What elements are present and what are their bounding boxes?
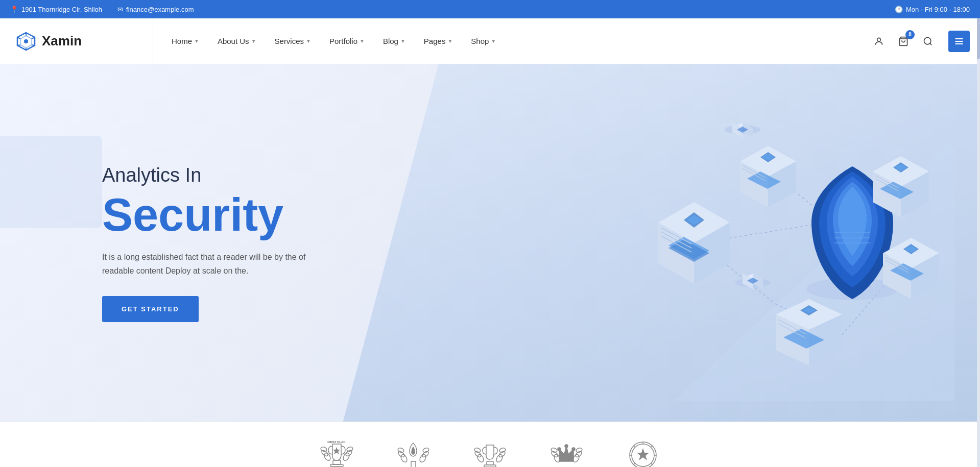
navbar: Xamin Home ▼ About Us ▼ Services ▼ Portf… [0, 18, 980, 64]
svg-line-7 [17, 45, 20, 45]
nav-item-home[interactable]: Home ▼ [163, 18, 207, 64]
award-item-3 [472, 437, 508, 467]
address-text: 1901 Thornridge Cir. Shiloh [21, 6, 102, 13]
svg-text:FIRST PLAC: FIRST PLAC [327, 440, 346, 444]
svg-rect-106 [484, 465, 496, 467]
svg-line-5 [32, 45, 35, 45]
trophy-laurel-icon [473, 439, 507, 468]
svg-line-124 [651, 463, 653, 465]
brand[interactable]: Xamin [0, 18, 153, 64]
svg-point-114 [558, 448, 561, 451]
email-icon: ✉ [117, 6, 123, 13]
nav-blog-arrow: ▼ [400, 38, 405, 44]
crown-laurel-icon [550, 439, 583, 468]
trophy-icon: FIRST PLAC [320, 439, 353, 468]
hero-title: Security [102, 192, 306, 238]
cart-icon-btn[interactable]: 8 [895, 33, 912, 50]
top-bar: 📍 1901 Thornridge Cir. Shiloh ✉ finance@… [0, 0, 980, 18]
svg-point-83 [320, 446, 327, 452]
nav-item-portfolio[interactable]: Portfolio ▼ [321, 18, 373, 64]
award-icon-5 [626, 437, 661, 467]
get-started-button[interactable]: GET STARTED [102, 296, 199, 322]
svg-marker-89 [333, 447, 340, 454]
nav-about-label: About Us [218, 37, 249, 45]
svg-line-126 [633, 463, 635, 465]
navbar-menu: Home ▼ About Us ▼ Services ▼ Portfolio ▼… [153, 18, 861, 64]
cart-badge: 8 [905, 30, 915, 39]
nav-home-arrow: ▼ [194, 38, 199, 44]
navbar-icons: 8 [861, 31, 980, 52]
flame-award-icon [397, 439, 430, 468]
svg-line-125 [651, 446, 653, 447]
award-icon-4 [549, 437, 585, 467]
nav-shop-label: Shop [471, 37, 489, 45]
brand-name-text: Xamin [42, 33, 82, 49]
hero-section: Analytics In Security It is a long estab… [0, 64, 980, 422]
nav-home-label: Home [172, 37, 192, 45]
svg-rect-97 [411, 461, 416, 468]
nav-item-shop[interactable]: Shop ▼ [463, 18, 504, 64]
nav-pages-arrow: ▼ [447, 38, 452, 44]
svg-line-123 [633, 446, 635, 447]
hero-illustration [597, 85, 954, 401]
nav-about-arrow: ▼ [251, 38, 256, 44]
award-item-1: FIRST PLAC [319, 437, 355, 467]
hamburger-menu-btn[interactable] [948, 31, 970, 52]
nav-services-arrow: ▼ [306, 38, 311, 44]
nav-item-about[interactable]: About Us ▼ [209, 18, 265, 64]
brand-logo-icon [15, 31, 37, 52]
hours-text: Mon - Fri 9:00 - 18:00 [906, 6, 970, 13]
svg-rect-87 [333, 460, 341, 464]
svg-rect-105 [487, 461, 493, 465]
svg-point-11 [924, 37, 931, 44]
top-bar-left: 📍 1901 Thornridge Cir. Shiloh ✉ finance@… [10, 6, 194, 13]
awards-bar: FIRST PLAC [0, 422, 980, 467]
svg-point-2 [24, 39, 28, 43]
svg-point-9 [877, 38, 881, 41]
clock-icon: 🕐 [895, 6, 903, 13]
nav-item-pages[interactable]: Pages ▼ [416, 18, 461, 64]
svg-point-86 [346, 446, 353, 452]
search-icon-btn[interactable] [920, 33, 936, 50]
scroll-thumb[interactable] [977, 18, 980, 59]
hamburger-icon [954, 36, 964, 46]
nav-services-label: Services [275, 37, 304, 45]
nav-shop-arrow: ▼ [491, 38, 496, 44]
hero-content: Analytics In Security It is a long estab… [0, 123, 306, 363]
nav-item-blog[interactable]: Blog ▼ [375, 18, 414, 64]
svg-point-115 [565, 445, 568, 448]
svg-point-116 [572, 448, 575, 451]
scrollbar[interactable] [977, 18, 980, 467]
award-item-5 [626, 437, 661, 467]
user-icon-btn[interactable] [871, 33, 887, 50]
award-item-4 [549, 437, 585, 467]
award-icon-2 [396, 437, 432, 467]
nav-portfolio-arrow: ▼ [360, 38, 365, 44]
email-item: ✉ finance@example.com [117, 6, 194, 13]
hero-subtitle: Analytics In [102, 164, 306, 187]
search-icon [923, 36, 933, 46]
nav-blog-label: Blog [383, 37, 398, 45]
svg-rect-113 [559, 458, 573, 461]
security-illustration-svg [597, 85, 954, 401]
nav-item-services[interactable]: Services ▼ [267, 18, 319, 64]
hero-description: It is a long established fact that a rea… [102, 250, 306, 278]
award-item-2 [396, 437, 432, 467]
nav-portfolio-label: Portfolio [329, 37, 357, 45]
nav-pages-label: Pages [424, 37, 446, 45]
svg-rect-88 [330, 464, 343, 466]
user-icon [874, 36, 884, 46]
svg-line-12 [930, 43, 932, 45]
address-item: 📍 1901 Thornridge Cir. Shiloh [10, 6, 102, 13]
top-bar-right: 🕐 Mon - Fri 9:00 - 18:00 [895, 6, 970, 13]
seal-badge-icon [627, 439, 660, 468]
svg-marker-127 [637, 448, 649, 460]
award-icon-3 [472, 437, 508, 467]
email-text: finance@example.com [126, 6, 194, 13]
award-icon-1: FIRST PLAC [319, 437, 355, 467]
location-icon: 📍 [10, 6, 18, 13]
